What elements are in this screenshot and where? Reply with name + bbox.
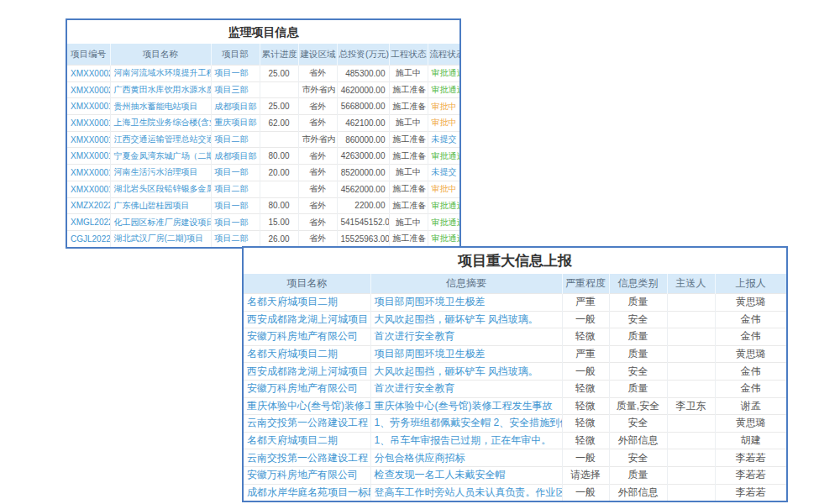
cell-dept[interactable]: 成都项目部 (211, 98, 260, 115)
cell-project[interactable]: 西安成都路龙湖上河城项目 (244, 363, 370, 381)
cell-category: 安全 (609, 415, 667, 433)
cell-dept[interactable]: 成都项目部 (211, 148, 260, 165)
cell-dept[interactable]: 项目一部 (211, 197, 260, 214)
cell-name[interactable]: 江西交通运输管理总站交通枢纽及... (110, 131, 211, 148)
report-table-row: 名都天府城项目二期项目部周围环境卫生极差严重质量黄思璐 (244, 345, 786, 363)
cell-severity: 一般 (562, 363, 609, 381)
cell-investment: 462100.00 (337, 115, 389, 132)
cell-project[interactable]: 云南交投第一公路建设工程 (244, 415, 370, 433)
cell-flow: 审批通过 (428, 148, 459, 165)
cell-id[interactable]: XMXX00016 (67, 148, 110, 165)
cell-summary[interactable]: 检查发现一名工人未戴安全帽 (370, 466, 562, 484)
cell-project[interactable]: 名都天府城项目二期 (244, 294, 370, 312)
cell-summary[interactable]: 首次进行安全教育 (370, 380, 562, 397)
cell-id[interactable]: XMXX00017 (67, 131, 110, 148)
cell-reporter: 李若若 (715, 449, 786, 467)
cell-region: 省外 (298, 115, 337, 132)
cell-project[interactable]: 云南交投第一公路建设工程 (244, 449, 370, 467)
cell-dept[interactable]: 项目二部 (211, 131, 260, 148)
cell-reporter: 金伟 (715, 328, 786, 346)
cell-recipient (667, 311, 715, 328)
major-info-report-table: 项目名称 信息摘要 严重程度 信息类别 主送人 上报人 名都天府城项目二期项目部… (244, 274, 786, 501)
cell-category: 外部信息 (609, 432, 667, 449)
supervision-table-row: XMXX00017江西交通运输管理总站交通枢纽及...项目二部市外省内86000… (67, 131, 459, 148)
cell-summary[interactable]: 1、吊车年审报告已过期，正在年审中。 (370, 432, 562, 449)
report-table-row: 重庆体验中心(叁号馆)装修工程重庆体验中心(叁号馆)装修工程发生事故轻微质量,安… (244, 397, 786, 415)
col-header-region: 建设区域 (298, 44, 337, 66)
col-header-project-name: 项目名称 (244, 274, 370, 294)
cell-summary[interactable]: 重庆体验中心(叁号馆)装修工程发生事故 (370, 397, 562, 415)
cell-reporter: 金伟 (715, 363, 786, 381)
cell-project[interactable]: 重庆体验中心(叁号馆)装修工程 (244, 397, 370, 415)
cell-name[interactable]: 湖北武汉厂房(二期)项目 (110, 230, 211, 246)
cell-severity: 轻微 (562, 397, 609, 415)
cell-project[interactable]: 安徽万科房地产有限公司 (244, 466, 370, 484)
cell-id[interactable]: XMXX00018 (67, 115, 110, 132)
cell-investment: 860000.00 (337, 131, 389, 148)
cell-id[interactable]: XMXX00014 (67, 181, 110, 197)
cell-id[interactable]: CGJL202205... (67, 230, 110, 246)
cell-flow: 审批通过 (428, 66, 459, 82)
cell-id[interactable]: XMGL20220... (67, 214, 110, 231)
cell-summary[interactable]: 首次进行安全教育 (370, 328, 562, 346)
cell-summary[interactable]: 登高车工作时旁站人员未认真负责。作业区域缺乏警示标 (370, 484, 562, 501)
supervision-table-row: CGJL202205...湖北武汉厂房(二期)项目项目二部26.00省外1552… (67, 230, 459, 246)
cell-dept[interactable]: 项目一部 (211, 214, 260, 231)
cell-status: 施工准备 (389, 81, 428, 98)
cell-progress: 80.00 (260, 148, 298, 165)
cell-reporter: 黄思璐 (715, 294, 786, 312)
cell-name[interactable]: 宁夏金凤湾东城广场（二期）工程 (110, 148, 211, 165)
cell-dept[interactable]: 项目二部 (211, 181, 260, 197)
supervision-table-row: XMXX00020广西黄田水库饮用水源水质保护项目项目三部市外省内4620000… (67, 81, 459, 98)
cell-name[interactable]: 上海卫生院业务综合楼(含业务用... (110, 115, 211, 132)
cell-project[interactable]: 成都水岸华庭名苑项目一标段 (244, 484, 370, 501)
cell-region: 市外省内 (298, 131, 337, 148)
supervision-header-row: 项目编号 项目名称 项目部 累计进度 建设区域 总投资(万元) 工程状态 流程状… (67, 44, 459, 66)
col-header-progress: 累计进度 (260, 44, 298, 66)
cell-id[interactable]: XMXX00020 (67, 81, 110, 98)
col-header-project-id: 项目编号 (67, 44, 110, 66)
cell-reporter: 胡建 (715, 432, 786, 449)
cell-progress: 25.00 (260, 98, 298, 115)
cell-id[interactable]: XMZX20220... (67, 197, 110, 214)
supervision-panel-title: 监理项目信息 (67, 20, 459, 44)
cell-summary[interactable]: 大风吹起围挡，砸坏铲车 风挡玻璃。 (370, 363, 562, 381)
cell-dept[interactable]: 项目一部 (211, 165, 260, 181)
cell-flow: 审批中 (428, 181, 459, 197)
cell-recipient (667, 466, 715, 484)
cell-id[interactable]: XMXX00015 (67, 165, 110, 181)
cell-recipient (667, 294, 715, 312)
cell-name[interactable]: 湖北岩头区段铅锌银多金属矿开采... (110, 181, 211, 197)
cell-project[interactable]: 名都天府城项目二期 (244, 345, 370, 363)
cell-summary[interactable]: 项目部周围环境卫生极差 (370, 345, 562, 363)
cell-dept[interactable]: 项目二部 (211, 230, 260, 246)
cell-id[interactable]: XMXX00019 (67, 98, 110, 115)
cell-summary[interactable]: 分包合格供应商招标 (370, 449, 562, 467)
cell-project[interactable]: 安徽万科房地产有限公司 (244, 328, 370, 346)
cell-dept[interactable]: 项目三部 (211, 81, 260, 98)
cell-region: 省外 (298, 197, 337, 214)
cell-name[interactable]: 河南生活污水治理项目 (110, 165, 211, 181)
cell-recipient (667, 415, 715, 433)
cell-summary[interactable]: 1、劳务班组都佩戴安全帽 2、安全措施到位 (370, 415, 562, 433)
major-info-report-panel: 项目重大信息上报 项目名称 信息摘要 严重程度 信息类别 主送人 上报人 名都天… (242, 246, 788, 502)
cell-name[interactable]: 化工园区标准厂房建设项目一期项目 (110, 214, 211, 231)
cell-dept[interactable]: 项目一部 (211, 66, 260, 82)
cell-summary[interactable]: 大风吹起围挡，砸坏铲车 风挡玻璃。 (370, 311, 562, 328)
cell-project[interactable]: 西安成都路龙湖上河城项目 (244, 311, 370, 328)
report-table-row: 安徽万科房地产有限公司首次进行安全教育轻微质量金伟 (244, 380, 786, 397)
cell-dept[interactable]: 重庆项目部 (211, 115, 260, 132)
cell-recipient (667, 363, 715, 381)
cell-progress: 25.00 (260, 66, 298, 82)
cell-name[interactable]: 贵州抽水蓄能电站项目 (110, 98, 211, 115)
cell-summary[interactable]: 项目部周围环境卫生极差 (370, 294, 562, 312)
cell-region: 省外 (298, 66, 337, 82)
cell-recipient (667, 484, 715, 501)
cell-progress (260, 81, 298, 98)
cell-project[interactable]: 名都天府城项目二期 (244, 432, 370, 449)
cell-name[interactable]: 河南河流域水环境提升工程 (110, 66, 211, 82)
cell-id[interactable]: XMXX00021 (67, 66, 110, 82)
cell-name[interactable]: 广东佛山碧桂园项目 (110, 197, 211, 214)
cell-name[interactable]: 广西黄田水库饮用水源水质保护项目 (110, 81, 211, 98)
cell-project[interactable]: 安徽万科房地产有限公司 (244, 380, 370, 397)
